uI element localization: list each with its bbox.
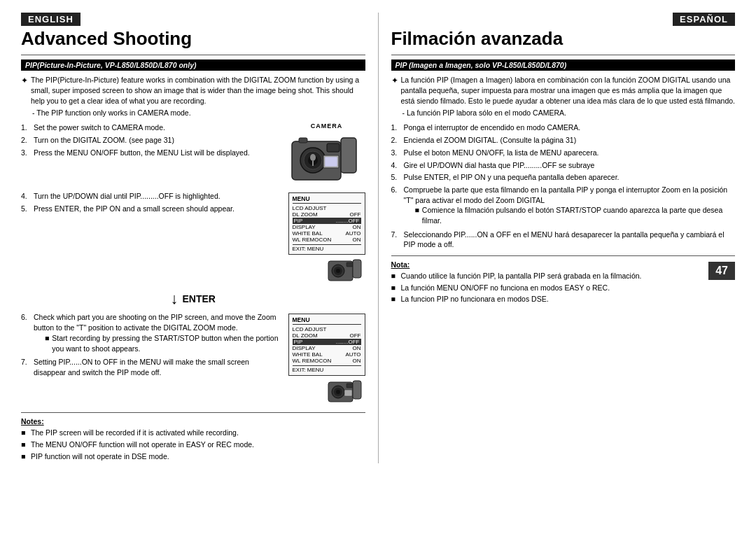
sub-intro-en: - The PIP function only works in CAMERA … [32, 108, 365, 118]
spanish-column: ESPAÑOL Filmación avanzada PIP (Imagen a… [379, 13, 736, 463]
page: ENGLISH Advanced Shooting PIP(Picture-In… [0, 0, 756, 534]
spanish-lang-label: ESPAÑOL [673, 13, 735, 26]
step-6-sub: ■ Start recording by pressing the START/… [45, 333, 281, 353]
arrow-down-icon: ↓ [171, 291, 178, 307]
menu-row-2: PIP........OFF [293, 218, 361, 224]
svg-rect-16 [353, 260, 361, 278]
svg-point-9 [310, 154, 316, 161]
step-es-3: 3. Pulse el boton MENU ON/OFF, la lista … [391, 148, 736, 158]
menu-row-b0: LCD ADJUST [293, 326, 361, 332]
step-es-6-sub: ■ Comience la filmación pulsando el botó… [415, 205, 736, 225]
svg-rect-8 [325, 157, 337, 167]
menu-row-b5: WL REMOCONON [293, 358, 361, 364]
menu-row-6: EXIT: MENU [293, 244, 361, 252]
pip-header-es: PIP (Imagen a Imagen, solo VP-L850/L850D… [391, 59, 736, 71]
enter-section: ↓ ENTER [21, 288, 365, 309]
svg-rect-22 [353, 381, 361, 399]
english-column: ENGLISH Advanced Shooting PIP(Picture-In… [21, 13, 379, 463]
pip-header-en: PIP(Picture-In-Picture, VP-L850/L850D/L8… [21, 59, 365, 71]
menu-row-b3: DISPLAYON [293, 345, 361, 351]
note-es-3: ■ La funcion PIP no funcionara en modos … [391, 294, 709, 304]
camera-label-top: CAMERA [288, 122, 365, 129]
english-lang-label: ENGLISH [21, 13, 80, 26]
spanish-badge: ESPAÑOL [391, 13, 736, 29]
english-notes: Notes: ■ The PIP screen will be recorded… [21, 412, 365, 461]
step-en-4: 4. Turn the UP/DOWN dial until PIP......… [21, 191, 281, 202]
menu-box-top: MENU LCD ADJUST DL ZOOMOFF PIP........OF… [288, 192, 365, 255]
svg-rect-15 [346, 262, 353, 267]
svg-rect-21 [346, 384, 353, 388]
camera-illustration-top: CAMERA [288, 122, 365, 188]
step-en-1: 1. Set the power switch to CAMERA mode. [21, 122, 281, 133]
camera-svg-top [288, 131, 365, 187]
notes-title-en: Notes: [21, 417, 365, 426]
diamond-bullet: ✦ [21, 75, 28, 107]
menu-row-1: DL ZOOMOFF [293, 211, 361, 218]
step-es-2: 2. Encienda el ZOOM DIGITAL. (Consulte l… [391, 135, 736, 146]
note-es-2: ■ La función MENU ON/OFF no funciona en … [391, 283, 709, 293]
note-es-1: ■ Cuando utilice la función PIP, la pant… [391, 271, 709, 281]
step-en-6: 6. Check which part you are shooting on … [21, 312, 281, 355]
notes-title-es: Nota: [391, 260, 709, 269]
step-en-7: 7. Setting PIP......ON to OFF in the MEN… [21, 357, 281, 377]
menu-row-b2: PIP........OFF [293, 339, 361, 345]
spanish-steps: 1. Ponga el interruptor de encendido en … [391, 122, 736, 250]
diamond-bullet-es: ✦ [391, 75, 398, 107]
menu-row-0: LCD ADJUST [293, 205, 361, 211]
menu-row-5: WL REMOCONON [293, 237, 361, 243]
step-es-7: 7. Seleccionando PIP......ON a OFF en el… [391, 230, 736, 250]
intro-bullet: ✦ The PIP(Picture-In-Picture) feature wo… [21, 75, 365, 107]
svg-rect-5 [299, 138, 307, 143]
menu-title: MENU [293, 195, 361, 204]
intro-text: The PIP(Picture-In-Picture) feature work… [31, 75, 365, 107]
note-en-2: ■ The MENU ON/OFF function will not oper… [21, 440, 365, 450]
step-es-6: 6. Compruebe la parte que esta filmando … [391, 185, 736, 227]
camera-svg-small-top [327, 256, 365, 286]
camera-svg-small-bottom [327, 377, 365, 407]
enter-label: ↓ ENTER [171, 291, 216, 307]
spanish-notes: Nota: ■ Cuando utilice la función PIP, l… [391, 255, 736, 306]
spanish-title: Filmación avanzada [391, 29, 736, 49]
intro-bullet-es: ✦ La función PIP (Imagen a Imagen) labor… [391, 75, 736, 107]
menu-row-b4: WHITE BALAUTO [293, 351, 361, 358]
step-en-3: 3. Press the MENU ON/OFF button, the MEN… [21, 148, 281, 158]
note-en-1: ■ The PIP screen will be recorded if it … [21, 428, 365, 438]
step-es-5: 5. Pulse ENTER, el PIP ON y una pequeña … [391, 172, 736, 183]
step-en-5: 5. Press ENTER, the PIP ON and a small s… [21, 204, 281, 214]
menu-row-b6: EXIT: MENU [293, 365, 361, 373]
english-steps: 1. Set the power switch to CAMERA mode. … [21, 122, 281, 157]
step-es-1: 1. Ponga el interruptor de encendido en … [391, 122, 736, 133]
page-number: 47 [708, 262, 735, 280]
english-badge: ENGLISH [21, 13, 365, 29]
menu-illustration-bottom: MENU LCD ADJUST DL ZOOMOFF PIP........OF… [288, 312, 365, 407]
english-intro-block: ✦ The PIP(Picture-In-Picture) feature wo… [21, 75, 365, 119]
menu-illustration-top: MENU LCD ADJUST DL ZOOMOFF PIP........OF… [288, 191, 365, 286]
menu-title-2: MENU [293, 316, 361, 325]
intro-text-es: La función PIP (Imagen a Imagen) labora … [401, 75, 736, 107]
english-title: Advanced Shooting [21, 29, 365, 49]
svg-rect-23 [344, 390, 352, 396]
step-en-2: 2. Turn on the DIGITAL ZOOM. (see page 3… [21, 135, 281, 146]
svg-rect-6 [341, 138, 356, 173]
svg-point-20 [336, 390, 340, 394]
spanish-intro-block: ✦ La función PIP (Imagen a Imagen) labor… [391, 75, 736, 119]
menu-row-b1: DL ZOOMOFF [293, 332, 361, 339]
menu-row-4: WHITE BALAUTO [293, 230, 361, 237]
sub-intro-es: - La función PIP labora sólo en el modo … [402, 108, 736, 118]
menu-box-bottom: MENU LCD ADJUST DL ZOOMOFF PIP........OF… [288, 314, 365, 376]
step-es-4: 4. Gire el UP/DOWN dial hasta que PIP...… [391, 160, 736, 171]
svg-rect-4 [327, 143, 340, 152]
enter-text: ENTER [183, 293, 216, 304]
note-en-3: ■ PIP function will not operate in DSE m… [21, 451, 365, 462]
menu-row-3: DISPLAYON [293, 224, 361, 230]
svg-point-14 [336, 269, 340, 273]
